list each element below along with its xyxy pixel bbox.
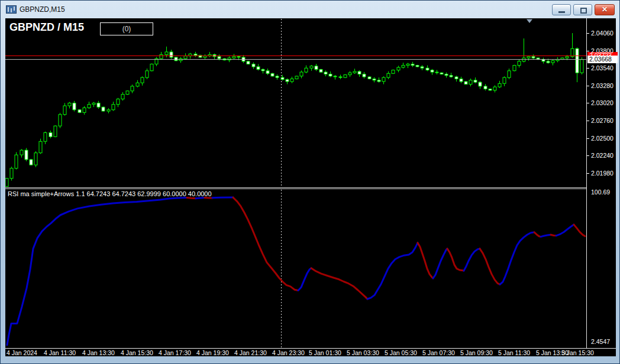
chart-icon — [6, 5, 17, 14]
rsi-line-segment — [534, 232, 541, 237]
candle-body — [344, 75, 347, 78]
candle-body — [416, 66, 419, 67]
restore-icon — [580, 8, 587, 14]
candle-body — [489, 89, 492, 90]
rsi-indicator-panel[interactable] — [5, 189, 586, 348]
candle-body — [30, 160, 33, 165]
candle-body — [508, 71, 511, 77]
candle-body — [34, 153, 37, 165]
candle-body — [363, 74, 366, 77]
candle-body — [59, 115, 62, 126]
time-axis-label: 4 Jan 21:30 — [234, 349, 267, 356]
candle-body — [20, 150, 23, 155]
rsi-line-segment — [205, 198, 212, 199]
candle-body — [107, 110, 110, 111]
candle-body — [455, 77, 458, 79]
close-icon: ✕ — [595, 5, 614, 14]
price-axis-label: 2.03280 — [591, 82, 613, 89]
candle-body — [218, 57, 221, 58]
candle-body — [271, 73, 274, 76]
rsi-scale-min: 2.4547 — [591, 338, 610, 345]
candle-body — [339, 77, 342, 77]
candle-body — [474, 80, 477, 82]
candle-body — [290, 79, 293, 82]
close-button[interactable]: ✕ — [595, 4, 615, 15]
time-axis-label: 4 Jan 15:30 — [121, 349, 153, 356]
restore-button[interactable] — [573, 4, 592, 15]
candle-body — [324, 72, 327, 74]
candle-body — [479, 82, 482, 86]
price-axis-label: 2.02240 — [591, 152, 613, 159]
candle-body — [411, 64, 414, 65]
candle-body — [68, 103, 71, 106]
candle-body — [377, 80, 380, 82]
candle-body — [10, 168, 13, 178]
candle-body — [63, 106, 66, 115]
candle-body — [117, 99, 120, 105]
price-axis-label: 2.03800 — [591, 47, 613, 54]
rsi-line-segment — [311, 268, 367, 299]
candle-body — [25, 150, 28, 160]
panel-divider[interactable] — [5, 187, 586, 188]
candle-body — [551, 61, 554, 63]
time-axis-label: 4 Jan 11:30 — [44, 349, 76, 356]
time-axis-label: 4 Jan 19:30 — [196, 349, 229, 356]
price-axis-tick — [587, 68, 589, 69]
candle-body — [78, 110, 81, 113]
candle-body — [527, 57, 530, 58]
candle-body — [334, 76, 337, 77]
time-axis-label: 4 Jan 17:30 — [159, 349, 191, 356]
candle-body — [257, 67, 260, 70]
price-axis[interactable]: 2.03723 2.03668 100.69 2.4547 2.040602.0… — [586, 18, 616, 348]
candle-body — [92, 103, 95, 104]
candle-body — [121, 95, 124, 99]
candle-body — [315, 66, 318, 70]
candle-body — [131, 86, 134, 91]
price-axis-tick — [587, 33, 589, 34]
candle-body — [15, 155, 18, 168]
candle-body — [464, 82, 467, 84]
price-axis-label: 2.03020 — [591, 99, 613, 106]
indicator-counter-box: (0) — [100, 22, 153, 35]
title-bar[interactable]: GBPNZD,M15 ✕ — [1, 1, 619, 18]
candle-body — [319, 70, 322, 73]
time-axis-label: 4 Jan 2024 — [7, 349, 37, 356]
candle-body — [247, 61, 250, 64]
candle-body — [498, 83, 501, 87]
rsi-line-segment — [433, 249, 447, 278]
candle-body — [513, 66, 516, 71]
price-axis-label: 2.02760 — [591, 117, 613, 124]
candle-body — [97, 103, 100, 107]
candle-body — [469, 80, 472, 84]
candle-body — [406, 64, 409, 65]
candle-body — [382, 77, 385, 82]
price-axis-label: 2.02500 — [591, 135, 613, 142]
price-axis-tick — [587, 121, 589, 121]
minimize-button[interactable] — [552, 4, 571, 15]
price-axis-tick — [587, 51, 589, 51]
candle-body — [146, 71, 148, 77]
time-axis[interactable]: 4 Jan 20244 Jan 11:304 Jan 13:304 Jan 15… — [5, 348, 616, 356]
rsi-scale-max: 100.69 — [591, 188, 610, 196]
candle-body — [184, 56, 187, 59]
price-axis-tick — [587, 173, 589, 174]
candle-body — [286, 80, 289, 82]
candle-body — [576, 48, 579, 73]
rsi-line-segment — [212, 197, 233, 198]
time-axis-label: 5 Jan 15:30 — [561, 349, 594, 356]
price-axis-tick — [587, 86, 589, 86]
time-axis-label: 5 Jan 09:30 — [460, 349, 493, 356]
rsi-line-segment — [233, 197, 298, 290]
candle-body — [88, 105, 91, 108]
candle-body — [194, 54, 197, 55]
candle-body — [387, 73, 390, 77]
price-axis-tick — [587, 138, 589, 139]
candle-body — [261, 70, 264, 71]
candle-body — [580, 60, 583, 73]
candle-body — [421, 67, 424, 68]
candle-body — [503, 77, 506, 83]
candle-body — [402, 66, 405, 67]
price-axis-tick — [587, 103, 589, 103]
candle-body — [431, 70, 434, 72]
price-chart-panel[interactable] — [5, 18, 586, 187]
